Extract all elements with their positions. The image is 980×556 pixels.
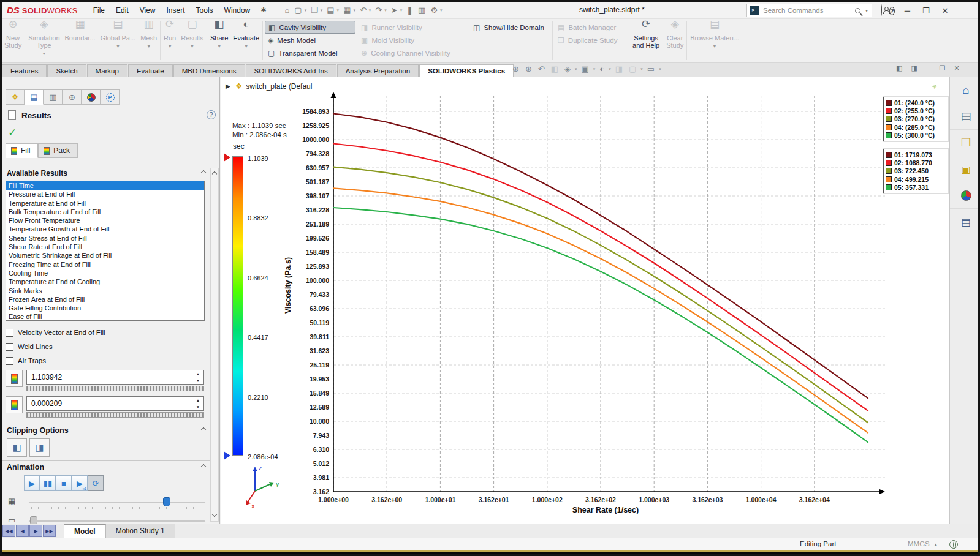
ok-check-icon[interactable]: ✓ — [8, 126, 17, 139]
view-settings-icon[interactable]: ▭ — [644, 64, 658, 73]
tab-analysis-preparation[interactable]: Analysis Preparation — [337, 64, 419, 77]
last-tab-button[interactable]: ▶▶ — [43, 525, 56, 537]
pane-right-icon[interactable]: ◨ — [906, 64, 921, 72]
animation-slider-handle[interactable] — [163, 497, 170, 506]
max-value-stepper[interactable]: ▲▼ — [192, 370, 203, 384]
step-down-icon[interactable]: ▼ — [192, 377, 203, 384]
tab-mbd-dimensions[interactable]: MBD Dimensions — [173, 64, 245, 77]
tab-configurationmanager[interactable]: ⊕ — [63, 89, 82, 105]
options-icon-dropdown[interactable]: ▾ — [440, 8, 443, 13]
collapse-available-results-icon[interactable] — [201, 170, 206, 175]
menu-view[interactable]: View — [134, 4, 161, 17]
pause-button[interactable]: ▮▮ — [40, 475, 56, 491]
undo-icon-dropdown[interactable]: ▾ — [369, 8, 371, 13]
checkbox-row-weld-lines[interactable]: Weld Lines — [6, 340, 53, 353]
pane-left-icon[interactable]: ◧ — [892, 64, 906, 72]
result-item-fill-time[interactable]: Fill Time — [6, 181, 204, 190]
step-up-icon[interactable]: ▲ — [192, 370, 203, 377]
open-icon-dropdown[interactable]: ▾ — [321, 8, 323, 13]
checkbox-row-velocity-vector-at-end-of-fill[interactable]: Velocity Vector at End of Fill — [6, 326, 105, 339]
save-icon[interactable]: ▤ — [324, 4, 336, 16]
options-icon[interactable]: ⚙ — [428, 4, 440, 16]
min-legend-icon-button[interactable] — [6, 396, 23, 413]
stop-button[interactable]: ■ — [56, 475, 72, 491]
result-item-gate-filling-contribution[interactable]: Gate Filling Contribution — [6, 304, 204, 312]
result-item-sink-marks[interactable]: Sink Marks — [6, 287, 204, 295]
tab-propertymanager[interactable]: ▥ — [44, 89, 63, 105]
graphics-viewport[interactable]: ▶ ❖ switch_plate (Defaul Max : 1.1039 se… — [221, 77, 949, 524]
speed-slider-track[interactable] — [29, 520, 205, 522]
step-down-icon[interactable]: ▼ — [192, 404, 203, 410]
hide-show-items-icon[interactable]: ◐ — [596, 64, 607, 73]
results-help-icon[interactable]: ? — [207, 110, 216, 119]
taskpane-design-library-icon[interactable]: ▤ — [950, 103, 980, 130]
air-traps-checkbox[interactable] — [6, 357, 13, 365]
undo-icon[interactable]: ↶ — [357, 4, 369, 16]
share-button[interactable]: ◧Share▼ — [208, 19, 230, 62]
tab-solidworks-plastics[interactable]: SOLIDWORKS Plastics — [419, 64, 514, 77]
select-icon-dropdown[interactable]: ▾ — [400, 8, 403, 13]
max-value-slider[interactable] — [26, 386, 204, 391]
result-item-cooling-time[interactable]: Cooling Time — [6, 269, 204, 277]
max-value-field[interactable]: 1.103942 — [26, 370, 204, 385]
result-item-flow-front-temperature[interactable]: Flow Front Temperature — [6, 216, 204, 225]
display-icon[interactable]: ▥ — [416, 4, 428, 16]
redo-icon-dropdown[interactable]: ▾ — [384, 8, 387, 13]
taskpane-file-explorer-icon[interactable]: ❒ — [950, 130, 980, 156]
search-commands-box[interactable]: >_ Search Commands ▾ — [746, 4, 872, 17]
menu-insert[interactable]: Insert — [161, 4, 191, 17]
result-item-temperature-growth-at-end-of-fill[interactable]: Temperature Growth at End of Fill — [6, 225, 204, 233]
collapse-animation-icon[interactable] — [201, 464, 206, 469]
account-button[interactable] — [877, 5, 886, 16]
units-selector[interactable]: MMGS — [908, 540, 930, 547]
weld-lines-checkbox[interactable] — [6, 343, 13, 351]
tab-motion-study-1[interactable]: Motion Study 1 — [106, 524, 175, 538]
mesh-model-toggle[interactable]: ◈Mesh Model — [265, 34, 355, 47]
tab-plastics-manager[interactable]: ▤ — [25, 89, 44, 105]
evaluate-button[interactable]: ◐Evaluate▼ — [230, 19, 262, 62]
pin-icon[interactable]: ✱ — [260, 6, 266, 14]
viscosity-chart[interactable]: 1584.8931258.9251000.000794.328630.95750… — [221, 77, 949, 524]
min-value-field[interactable]: 0.000209 — [26, 396, 204, 411]
result-item-temperature-at-end-of-fill[interactable]: Temperature at End of Fill — [6, 199, 204, 208]
redo-icon[interactable]: ↷ — [373, 4, 384, 16]
max-legend-icon-button[interactable] — [6, 370, 23, 387]
search-dropdown-icon[interactable]: ▾ — [865, 8, 868, 13]
transparent-model-toggle[interactable]: ▢Transparent Model — [265, 47, 355, 59]
settings-and-help-button[interactable]: ⟳Settings and Help — [630, 19, 662, 62]
tab-solidworks-add-ins[interactable]: SOLIDWORKS Add-Ins — [246, 64, 336, 77]
result-item-bulk-temperature-at-end-of-fill[interactable]: Bulk Temperature at End of Fill — [6, 208, 204, 216]
zoom-area-icon[interactable]: ⊕ — [522, 64, 535, 73]
new-document-icon[interactable]: ▢ — [292, 4, 304, 16]
close-button[interactable]: ✕ — [936, 6, 955, 15]
first-tab-button[interactable]: ◀◀ — [2, 525, 15, 537]
search-icon[interactable] — [855, 8, 860, 13]
save-icon-dropdown[interactable]: ▾ — [337, 8, 340, 13]
tab-evaluate[interactable]: Evaluate — [128, 64, 173, 77]
view-settings-icon-dropdown[interactable]: ▾ — [659, 67, 661, 72]
attach-icon[interactable]: ❚ — [404, 4, 416, 16]
checkbox-row-air-traps[interactable]: Air Traps — [6, 355, 46, 367]
min-value-slider[interactable] — [26, 412, 204, 418]
play-button[interactable]: ▶ — [24, 475, 40, 491]
display-style-icon-dropdown[interactable]: ▾ — [593, 67, 596, 72]
units-dropdown-icon[interactable]: ▴ — [935, 542, 937, 547]
result-item-freezing-time-at-end-of-fill[interactable]: Freezing Time at End of Fill — [6, 260, 204, 269]
scroll-up-icon[interactable] — [212, 171, 217, 176]
menu-file[interactable]: File — [88, 4, 110, 17]
open-icon[interactable]: ❒ — [308, 4, 321, 16]
print-icon-dropdown[interactable]: ▾ — [353, 8, 355, 13]
menu-window[interactable]: Window — [219, 4, 256, 17]
tab-pack[interactable]: Pack — [38, 143, 78, 158]
evaluate-button-dropdown-icon[interactable]: ▼ — [244, 43, 248, 50]
zoom-fit-icon[interactable]: ⊕ — [509, 64, 522, 73]
tab-features[interactable]: Features — [2, 64, 47, 77]
play-once-button[interactable]: ▶x1 — [72, 475, 88, 491]
doc-close-button[interactable]: ✕ — [949, 64, 963, 72]
doc-minimize-button[interactable]: ─ — [922, 65, 935, 72]
loop-button[interactable]: ⟳ — [88, 475, 104, 491]
tab-sketch[interactable]: Sketch — [47, 64, 86, 77]
result-item-temperature-at-end-of-cooling[interactable]: Temperature at End of Cooling — [6, 277, 204, 286]
show-hide-domain-toggle[interactable]: ◫Show/Hide Domain — [470, 21, 550, 34]
hide-show-items-icon-dropdown[interactable]: ▾ — [609, 67, 611, 72]
